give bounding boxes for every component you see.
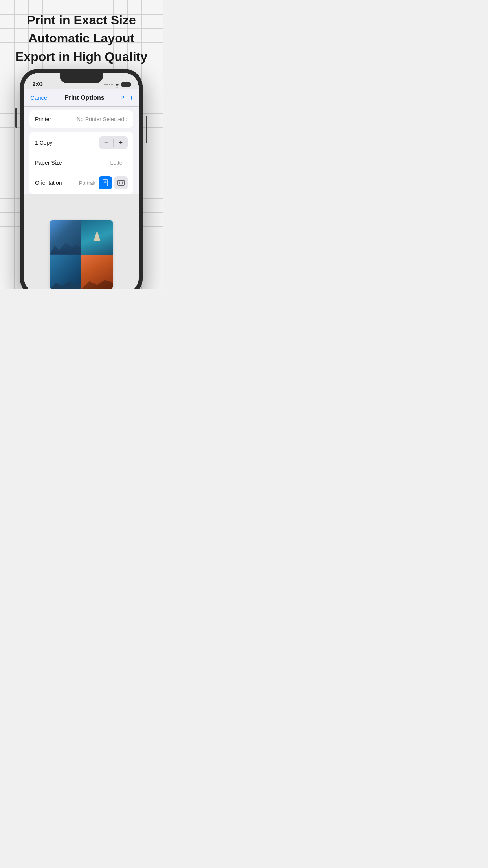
printer-chevron-icon: ›	[126, 116, 128, 122]
orientation-buttons	[99, 176, 128, 189]
printer-row[interactable]: Printer No Printer Selected ›	[29, 110, 133, 128]
wifi-icon	[114, 83, 120, 87]
orientation-label: Orientation	[35, 180, 62, 186]
orientation-row: Orientation Portrait	[29, 171, 133, 194]
photo-preview-card	[50, 220, 113, 289]
paper-size-chevron-icon: ›	[126, 160, 128, 166]
feature-line-1: Print in Exact Size	[27, 13, 136, 28]
paper-size-value-text: Letter	[110, 160, 125, 166]
nav-bar: Cancel Print Options Print	[24, 89, 139, 107]
orientation-controls: Portrait	[79, 176, 128, 189]
paper-size-row[interactable]: Paper Size Letter ›	[29, 154, 133, 171]
copies-row: 1 Copy − +	[29, 132, 133, 154]
landscape-orientation-button[interactable]	[114, 176, 128, 189]
photo-cell-lake	[50, 255, 81, 289]
feature-line-2: Automatic Layout	[28, 31, 134, 46]
volume-button	[15, 108, 17, 128]
cancel-button[interactable]: Cancel	[30, 94, 49, 101]
power-button	[146, 116, 147, 143]
copies-label: 1 Copy	[35, 140, 52, 146]
copies-stepper[interactable]: − +	[99, 136, 128, 149]
photo-cell-mountains	[50, 220, 81, 255]
notch	[60, 73, 103, 83]
photo-preview-section	[24, 216, 139, 289]
nav-title: Print Options	[64, 94, 104, 101]
feature-line-3: Export in High Quality	[15, 49, 147, 64]
paper-size-value: Letter ›	[110, 160, 128, 166]
copies-minus-button[interactable]: −	[99, 136, 113, 149]
feature-text-section: Print in Exact Size Automatic Layout Exp…	[0, 0, 163, 77]
print-button[interactable]: Print	[120, 94, 132, 101]
copies-plus-button[interactable]: +	[114, 136, 128, 149]
orientation-value-text: Portrait	[79, 180, 95, 186]
print-options-panel: Cancel Print Options Print Printer No Pr…	[24, 89, 139, 194]
photo-cell-person	[81, 220, 113, 255]
phone-mockup: 2:03	[20, 69, 143, 289]
portrait-orientation-button[interactable]	[99, 176, 112, 189]
paper-size-label: Paper Size	[35, 160, 62, 166]
battery-icon	[121, 82, 130, 87]
printer-value: No Printer Selected ›	[77, 116, 128, 122]
status-time: 2:03	[33, 81, 43, 87]
signal-icon	[104, 84, 113, 85]
printer-section: Printer No Printer Selected ›	[29, 110, 133, 128]
phone-shell: 2:03	[20, 69, 143, 289]
print-settings-section: 1 Copy − + Paper Size Letter ›	[29, 132, 133, 194]
status-icons	[104, 82, 130, 87]
printer-value-text: No Printer Selected	[77, 116, 124, 122]
phone-screen: 2:03	[24, 73, 139, 289]
photo-cell-sunset	[81, 255, 113, 289]
printer-label: Printer	[35, 116, 51, 122]
